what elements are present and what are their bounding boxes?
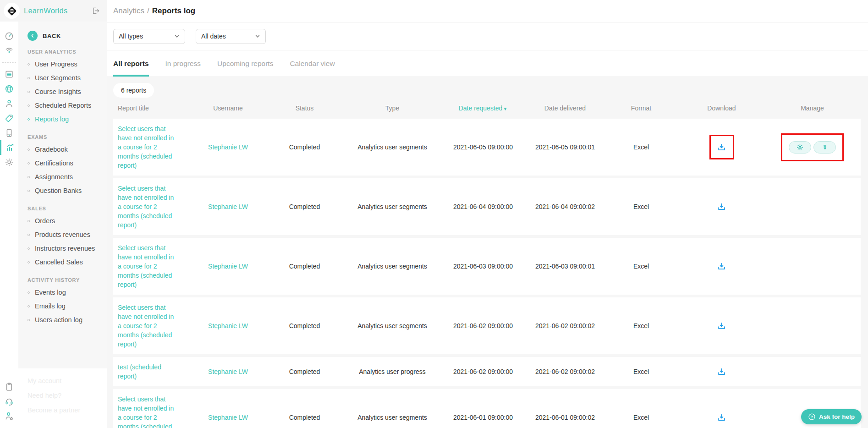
type-text: Analytics user segments xyxy=(346,322,439,329)
format-text: Excel xyxy=(603,322,679,329)
headset-icon[interactable] xyxy=(0,394,18,409)
status-text: Completed xyxy=(264,368,346,375)
report-title-link[interactable]: Select users that have not enrolled in a… xyxy=(118,303,176,349)
username-link[interactable]: Stephanie LW xyxy=(208,143,248,151)
bullet-icon xyxy=(27,176,30,178)
username-link[interactable]: Stephanie LW xyxy=(208,263,248,270)
date-requested-text: 2021-06-05 09:00:00 xyxy=(439,143,527,151)
type-text: Analytics user segments xyxy=(346,263,439,270)
tab-in-progress[interactable]: In progress xyxy=(165,50,201,77)
date-delivered-text: 2021-06-02 09:00:02 xyxy=(527,368,603,375)
column-header-date-delivered[interactable]: Date delivered xyxy=(527,104,603,112)
sidebar-item-products-revenues[interactable]: Products revenues xyxy=(27,228,107,241)
bullet-icon xyxy=(27,247,30,250)
date-requested-text: 2021-06-02 09:00:00 xyxy=(439,322,527,329)
column-header-date-requested[interactable]: Date requested▼ xyxy=(439,104,527,112)
user-icon[interactable] xyxy=(0,96,18,111)
username-link[interactable]: Stephanie LW xyxy=(208,203,248,210)
logout-icon[interactable] xyxy=(91,6,100,16)
username-link[interactable]: Stephanie LW xyxy=(208,414,248,421)
delete-report-button[interactable] xyxy=(813,141,836,154)
column-header-type[interactable]: Type xyxy=(346,104,439,112)
report-title-link[interactable]: Select users that have not enrolled in a… xyxy=(118,124,176,170)
sidebar-item-become-partner[interactable]: Become a partner xyxy=(27,403,107,418)
sidebar-item-user-progress[interactable]: User Progress xyxy=(27,57,107,71)
sidebar-item-gradebook[interactable]: Gradebook xyxy=(27,143,107,156)
ask-for-help-button[interactable]: ? Ask for help xyxy=(801,409,862,424)
sidebar-item-reports-log[interactable]: Reports log xyxy=(27,112,107,126)
download-button[interactable] xyxy=(717,321,726,331)
sidebar-item-cancelled-sales[interactable]: Cancelled Sales xyxy=(27,255,107,269)
news-icon[interactable] xyxy=(0,67,18,82)
column-header-manage[interactable]: Manage xyxy=(764,104,861,112)
breadcrumb-section[interactable]: Analytics xyxy=(113,6,144,16)
sidebar-item-my-account[interactable]: My account xyxy=(27,374,107,389)
bullet-icon xyxy=(27,118,30,121)
download-button[interactable] xyxy=(717,262,726,271)
back-button[interactable]: BACK xyxy=(27,31,107,41)
analytics-chart-icon[interactable] xyxy=(0,140,18,155)
section-title-exams: EXAMS xyxy=(27,134,107,140)
type-filter-select[interactable]: All types xyxy=(113,29,185,44)
sidebar-item-user-segments[interactable]: User Segments xyxy=(27,71,107,85)
mobile-icon[interactable] xyxy=(0,126,18,140)
sidebar-item-label: Assignments xyxy=(35,173,73,181)
bullet-icon xyxy=(27,148,30,151)
reports-content: 6 reports Report title Username Status T… xyxy=(107,77,868,428)
download-button[interactable] xyxy=(717,413,726,423)
sidebar-item-label: Users action log xyxy=(35,316,82,324)
report-title-link[interactable]: Select users that have not enrolled in a… xyxy=(118,184,176,230)
sidebar-item-emails-log[interactable]: Emails log xyxy=(27,299,107,313)
report-title-link[interactable]: Select users that have not enrolled in a… xyxy=(118,243,176,289)
partner-icon[interactable] xyxy=(0,409,18,423)
globe-icon[interactable] xyxy=(0,82,18,96)
sidebar-item-question-banks[interactable]: Question Banks xyxy=(27,184,107,198)
column-header-format[interactable]: Format xyxy=(603,104,679,112)
table-row: test (scheduled report) Stephanie LW Com… xyxy=(113,357,861,386)
brand-bar: LearnWorlds xyxy=(0,0,107,22)
sidebar-item-course-insights[interactable]: Course Insights xyxy=(27,85,107,99)
sidebar-item-certifications[interactable]: Certifications xyxy=(27,156,107,170)
tab-all-reports[interactable]: All reports xyxy=(113,50,149,77)
sidebar-item-label: User Segments xyxy=(35,74,81,82)
username-link[interactable]: Stephanie LW xyxy=(208,368,248,375)
sidebar-item-events-log[interactable]: Events log xyxy=(27,285,107,299)
table-header-row: Report title Username Status Type Date r… xyxy=(113,98,861,119)
sidebar-item-need-help[interactable]: Need help? xyxy=(27,389,107,403)
column-header-report-title[interactable]: Report title xyxy=(113,104,192,112)
report-title-link[interactable]: Select users that have not enrolled in a… xyxy=(118,395,176,428)
sidebar-item-users-action-log[interactable]: Users action log xyxy=(27,313,107,327)
date-filter-select[interactable]: All dates xyxy=(196,29,266,44)
dashboard-gauge-icon[interactable] xyxy=(0,29,18,44)
date-filter-value: All dates xyxy=(201,33,226,40)
report-title-link[interactable]: test (scheduled report) xyxy=(118,362,176,381)
column-header-download[interactable]: Download xyxy=(679,104,764,112)
tab-calendar-view[interactable]: Calendar view xyxy=(290,50,335,77)
sidebar-item-scheduled-reports[interactable]: Scheduled Reports xyxy=(27,99,107,112)
settings-gear-icon[interactable] xyxy=(0,155,18,170)
sidebar-item-instructors-revenues[interactable]: Instructors revenues xyxy=(27,241,107,255)
tab-upcoming-reports[interactable]: Upcoming reports xyxy=(217,50,273,77)
report-settings-button[interactable] xyxy=(789,141,811,154)
download-button[interactable] xyxy=(717,202,726,212)
type-text: Analytics user progress xyxy=(346,368,439,375)
app-window: LearnWorlds xyxy=(0,0,868,428)
download-cell xyxy=(709,313,734,338)
clipboard-icon[interactable] xyxy=(0,379,18,394)
column-header-username[interactable]: Username xyxy=(192,104,264,112)
status-text: Completed xyxy=(264,322,346,329)
learnworlds-logo[interactable] xyxy=(4,3,20,19)
tag-icon[interactable] xyxy=(0,111,18,126)
broadcast-icon[interactable] xyxy=(0,44,18,58)
sidebar-item-orders[interactable]: Orders xyxy=(27,214,107,228)
download-button[interactable] xyxy=(717,367,726,377)
format-text: Excel xyxy=(603,263,679,270)
column-header-status[interactable]: Status xyxy=(264,104,346,112)
username-link[interactable]: Stephanie LW xyxy=(208,322,248,329)
sidebar-item-label: Cancelled Sales xyxy=(35,258,83,266)
download-button[interactable] xyxy=(717,143,726,152)
sidebar-item-label: Emails log xyxy=(35,302,66,310)
sidebar-item-label: User Progress xyxy=(35,60,77,68)
sidebar-item-assignments[interactable]: Assignments xyxy=(27,170,107,184)
section-title-sales: SALES xyxy=(27,206,107,211)
